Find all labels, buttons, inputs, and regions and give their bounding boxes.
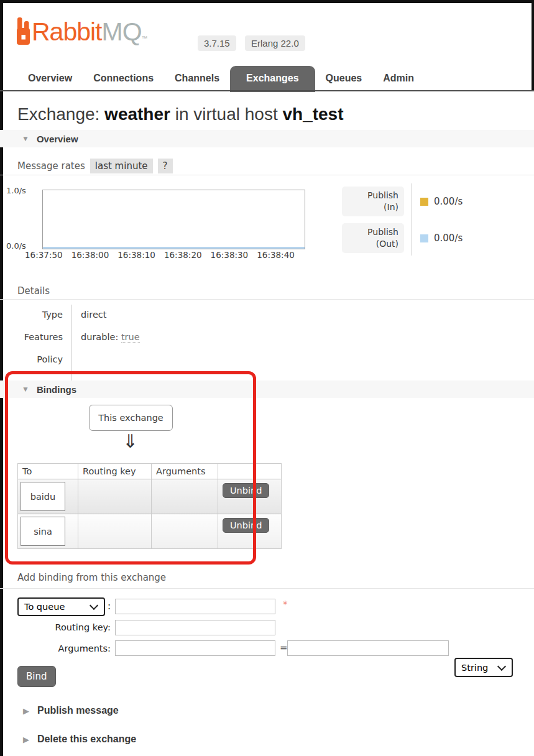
divider	[0, 299, 534, 300]
message-rates-chart	[42, 190, 305, 249]
vhost-name: vh_test	[282, 104, 343, 124]
routing-key-input[interactable]	[115, 620, 275, 635]
required-asterisk: *	[283, 599, 288, 611]
col-header-routing-key: Routing key	[78, 464, 152, 479]
divider	[0, 588, 534, 589]
unbind-button[interactable]: Unbind	[223, 518, 269, 533]
arguments-cell	[152, 514, 218, 549]
tab-channels[interactable]: Channels	[164, 66, 230, 92]
colon-separator: :	[108, 601, 111, 612]
destination-type-select[interactable]: To queue	[17, 597, 105, 616]
exchange-name: weather	[104, 104, 170, 124]
col-header-actions	[218, 464, 282, 479]
tab-connections[interactable]: Connections	[83, 66, 164, 92]
durable-true-value: true	[121, 332, 140, 343]
triangle-right-icon: ▶	[23, 735, 29, 744]
queue-link-baidu[interactable]: baidu	[21, 482, 65, 511]
arguments-label: Arguments:	[17, 643, 111, 653]
message-rates-heading: Message rates last minute ?	[17, 159, 173, 173]
x-tick: 16:38:10	[117, 250, 155, 260]
details-type-label: Type	[17, 305, 72, 327]
unbind-button[interactable]: Unbind	[223, 483, 269, 498]
triangle-down-icon: ▼	[22, 385, 29, 394]
rabbitmq-logo[interactable]: RabbitMQ™	[17, 17, 147, 53]
logo-wordmark: RabbitMQ™	[32, 17, 147, 53]
version-badge: 3.7.15	[198, 35, 236, 51]
publish-out-rate: 0.00/s	[420, 233, 463, 244]
rabbitmq-exchange-page: RabbitMQ™ 3.7.15 Erlang 22.0 Overview Co…	[0, 0, 534, 756]
argument-type-select[interactable]: String	[454, 658, 513, 677]
double-down-arrow-icon: ⇓	[88, 430, 172, 452]
tab-overview[interactable]: Overview	[17, 66, 83, 92]
window-border-top	[0, 0, 534, 3]
details-policy-value	[72, 349, 140, 380]
details-table: Type direct Features durable: true Polic…	[17, 305, 140, 380]
window-border-left	[0, 0, 3, 756]
x-axis-ticks: 16:37:50 16:38:00 16:38:10 16:38:20 16:3…	[25, 250, 306, 260]
x-tick: 16:38:30	[211, 250, 249, 260]
details-type-value: direct	[72, 305, 140, 327]
details-features-label: Features	[17, 327, 72, 349]
section-publish-message[interactable]: ▶ Publish message	[23, 705, 119, 716]
divider	[0, 175, 534, 175]
equals-sign: =	[280, 642, 288, 653]
this-exchange-box: This exchange	[89, 405, 173, 431]
x-tick: 16:38:40	[257, 250, 295, 260]
chevron-down-icon	[90, 601, 98, 610]
publish-in-rate: 0.00/s	[420, 196, 463, 207]
triangle-right-icon: ▶	[23, 706, 29, 716]
bindings-header-row: To Routing key Arguments	[18, 464, 282, 479]
tab-queues[interactable]: Queues	[315, 66, 373, 92]
argument-value-input[interactable]	[287, 640, 449, 656]
details-features-value: durable: true	[72, 327, 140, 349]
legend-publish-out[interactable]: Publish (Out)	[342, 223, 404, 253]
y-axis-max-label: 1.0/s	[6, 186, 26, 195]
bind-button[interactable]: Bind	[17, 666, 56, 687]
main-nav: Overview Connections Channels Exchanges …	[17, 66, 425, 92]
y-axis-min-label: 0.0/s	[6, 241, 26, 251]
details-heading: Details	[17, 285, 50, 297]
binding-row: sina Unbind	[18, 514, 282, 549]
rabbitmq-rabbit-icon	[17, 17, 30, 45]
window-border-right	[532, 0, 534, 91]
queue-link-sina[interactable]: sina	[21, 517, 65, 546]
x-tick: 16:37:50	[25, 250, 63, 260]
page-title: Exchange: weather in virtual host vh_tes…	[17, 104, 344, 124]
erlang-badge: Erlang 22.0	[245, 35, 305, 51]
triangle-down-icon: ▼	[22, 134, 29, 143]
tab-exchanges[interactable]: Exchanges	[230, 66, 315, 92]
nav-underline	[0, 90, 534, 91]
x-tick: 16:38:00	[71, 250, 109, 260]
routing-key-cell	[78, 479, 152, 514]
legend-publish-in[interactable]: Publish (In)	[342, 187, 404, 216]
section-delete-exchange[interactable]: ▶ Delete this exchange	[23, 734, 136, 745]
publish-out-swatch-icon	[420, 234, 428, 242]
destination-name-input[interactable]	[115, 599, 275, 614]
col-header-arguments: Arguments	[152, 464, 218, 479]
argument-key-input[interactable]	[115, 640, 275, 656]
zero-rate-line	[43, 247, 305, 249]
binding-row: baidu Unbind	[18, 479, 282, 514]
bindings-table: To Routing key Arguments baidu Unbind si…	[17, 463, 282, 549]
section-bindings[interactable]: ▼ Bindings	[0, 380, 534, 398]
tab-admin[interactable]: Admin	[372, 66, 425, 92]
publish-in-swatch-icon	[420, 198, 428, 206]
add-binding-heading: Add binding from this exchange	[17, 572, 166, 583]
x-tick: 16:38:20	[164, 250, 202, 260]
routing-key-cell	[78, 514, 152, 549]
section-overview[interactable]: ▼ Overview	[0, 130, 534, 147]
col-header-to: To	[18, 464, 78, 479]
legend-divider	[412, 183, 412, 256]
details-policy-label: Policy	[17, 349, 72, 380]
help-icon[interactable]: ?	[158, 159, 173, 173]
arguments-cell	[152, 479, 218, 514]
rate-mode-chip[interactable]: last minute	[90, 159, 153, 173]
routing-key-label: Routing key:	[17, 622, 111, 632]
chevron-down-icon	[497, 662, 506, 670]
